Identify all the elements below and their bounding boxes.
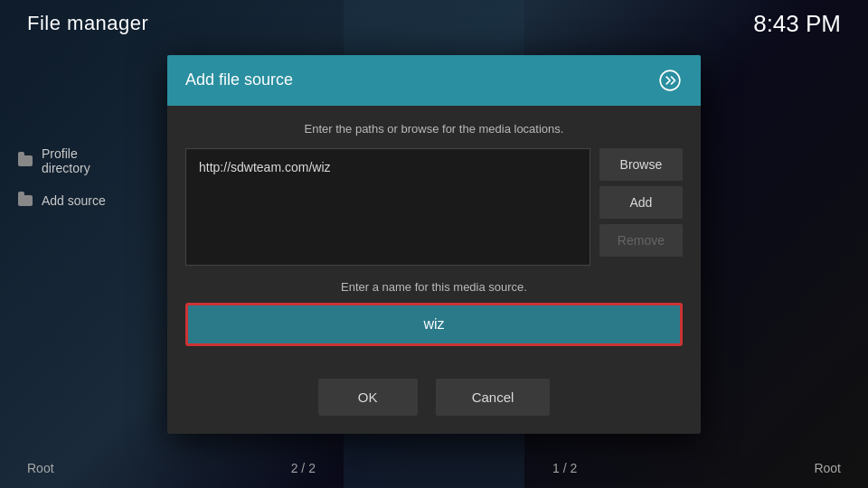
dialog-body: Enter the paths or browse for the media … bbox=[167, 106, 701, 379]
cancel-button[interactable]: Cancel bbox=[436, 379, 551, 416]
dialog-description: Enter the paths or browse for the media … bbox=[185, 122, 683, 136]
source-entry[interactable]: http://sdwteam.com/wiz bbox=[193, 156, 582, 178]
sources-buttons: Browse Add Remove bbox=[599, 148, 683, 266]
dialog-header: Add file source bbox=[167, 55, 701, 106]
dialog-footer: OK Cancel bbox=[167, 379, 701, 434]
add-button[interactable]: Add bbox=[599, 186, 683, 219]
add-file-source-dialog: Add file source Enter the paths or brows… bbox=[167, 55, 701, 434]
sources-area: http://sdwteam.com/wiz Browse Add Remove bbox=[185, 148, 683, 266]
name-input[interactable] bbox=[188, 305, 680, 343]
kodi-logo-icon bbox=[657, 68, 683, 93]
sources-list[interactable]: http://sdwteam.com/wiz bbox=[185, 148, 590, 266]
dialog-title: Add file source bbox=[185, 70, 293, 89]
name-input-wrapper bbox=[185, 303, 683, 346]
ok-button[interactable]: OK bbox=[318, 379, 418, 416]
remove-button[interactable]: Remove bbox=[599, 224, 683, 257]
modal-overlay: Add file source Enter the paths or brows… bbox=[0, 0, 868, 488]
browse-button[interactable]: Browse bbox=[599, 148, 683, 181]
name-label: Enter a name for this media source. bbox=[185, 280, 683, 294]
